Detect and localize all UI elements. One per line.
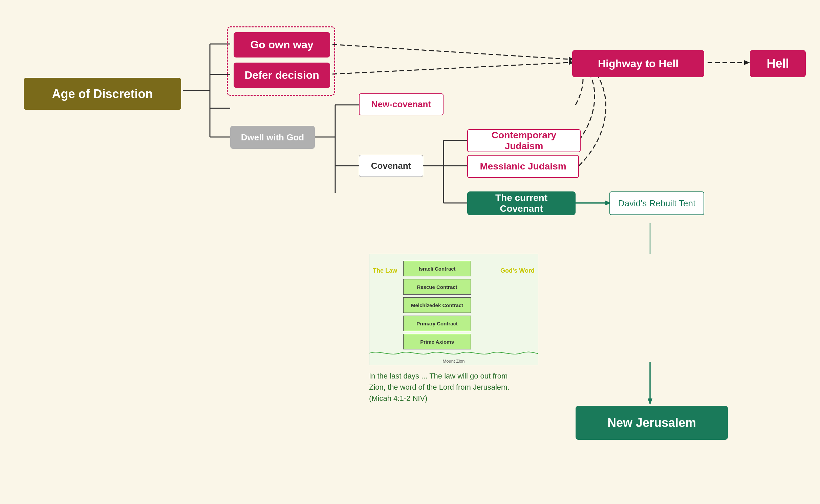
- age-of-discretion-label: Age of Discretion: [52, 87, 153, 101]
- svg-marker-11: [744, 60, 750, 65]
- new-jerusalem-node: New Jerusalem: [576, 406, 728, 440]
- svg-line-8: [325, 63, 569, 74]
- current-covenant-label: The current Covenant: [475, 192, 568, 214]
- messianic-judaism-node: Messianic Judaism: [467, 155, 579, 178]
- contemporary-judaism-label: Contemporary Judaism: [474, 130, 574, 152]
- defer-decision-node: Defer decision: [234, 63, 330, 88]
- mount-zion-diagram: The Law God's Word Israeli Contract Resc…: [369, 254, 538, 365]
- highway-to-hell-node: Highway to Hell: [572, 50, 704, 77]
- new-covenant-node: New-covenant: [359, 93, 444, 115]
- svg-line-6: [325, 44, 569, 59]
- messianic-judaism-label: Messianic Judaism: [480, 161, 566, 172]
- contemporary-judaism-node: Contemporary Judaism: [467, 129, 581, 152]
- new-jerusalem-label: New Jerusalem: [607, 416, 696, 430]
- highway-to-hell-label: Highway to Hell: [598, 58, 678, 70]
- dwell-with-god-label: Dwell with God: [241, 132, 304, 143]
- israeli-contract-box: Israeli Contract: [403, 261, 471, 276]
- age-of-discretion-node: Age of Discretion: [24, 78, 181, 110]
- go-own-way-label: Go own way: [250, 39, 314, 51]
- davids-rebuilt-tent-label: David's Rebuilt Tent: [618, 198, 696, 209]
- dwell-with-god-node: Dwell with God: [230, 126, 315, 149]
- covenant-label: Covenant: [371, 161, 411, 171]
- hell-node: Hell: [750, 50, 806, 77]
- go-own-way-node: Go own way: [234, 32, 330, 58]
- the-law-label: The Law: [373, 267, 397, 275]
- current-covenant-node: The current Covenant: [467, 191, 576, 215]
- prime-axioms-box: Prime Axioms: [403, 334, 471, 349]
- new-covenant-label: New-covenant: [371, 99, 431, 110]
- mount-zion-label: Mount Zion: [369, 359, 538, 364]
- primary-contract-box: Primary Contract: [403, 316, 471, 331]
- micah-quote: In the last days ... The law will go out…: [369, 370, 518, 404]
- covenant-node: Covenant: [359, 155, 423, 177]
- svg-marker-28: [648, 398, 652, 405]
- defer-decision-label: Defer decision: [244, 69, 319, 82]
- melchizedek-contract-box: Melchizedek Contract: [403, 297, 471, 313]
- davids-rebuilt-tent-node: David's Rebuilt Tent: [609, 191, 704, 215]
- rescue-contract-box: Rescue Contract: [403, 279, 471, 295]
- gods-word-label: God's Word: [500, 267, 535, 275]
- hell-label: Hell: [767, 56, 789, 71]
